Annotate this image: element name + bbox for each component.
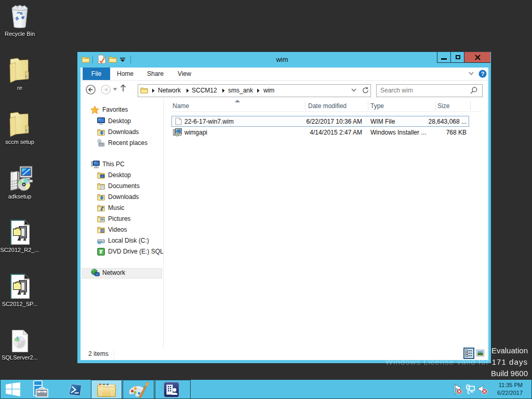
svg-text:?: ? xyxy=(481,71,485,77)
